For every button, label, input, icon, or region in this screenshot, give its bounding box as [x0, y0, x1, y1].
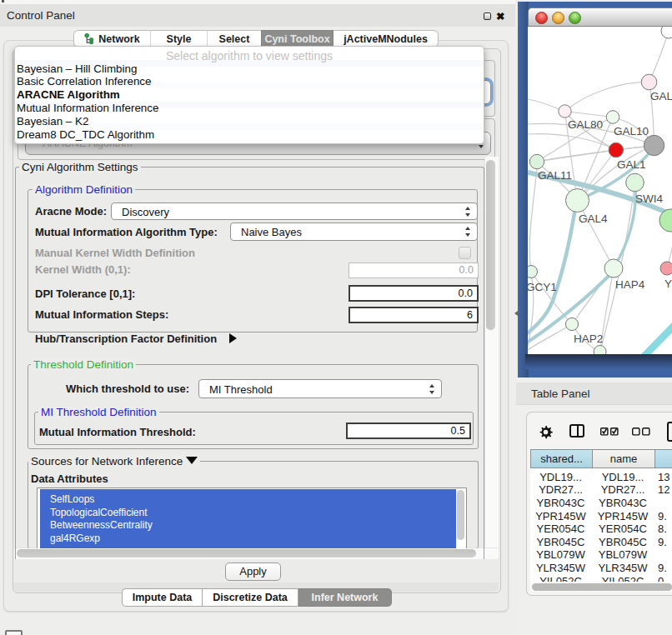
svg-text:GAL11: GAL11 — [538, 169, 572, 182]
svg-text:HAP4: HAP4 — [615, 278, 645, 291]
svg-text:HAP2: HAP2 — [574, 332, 603, 345]
svg-text:YJ: YJ — [664, 278, 672, 290]
svg-text:GCY1: GCY1 — [528, 281, 557, 293]
svg-text:GAL4: GAL4 — [579, 212, 608, 225]
svg-text:GAL1: GAL1 — [617, 158, 646, 171]
svg-text:GAL7: GAL7 — [650, 90, 672, 102]
svg-text:SWI4: SWI4 — [635, 192, 663, 205]
svg-text:GAL80: GAL80 — [568, 118, 603, 131]
svg-text:GAL10: GAL10 — [614, 125, 649, 138]
